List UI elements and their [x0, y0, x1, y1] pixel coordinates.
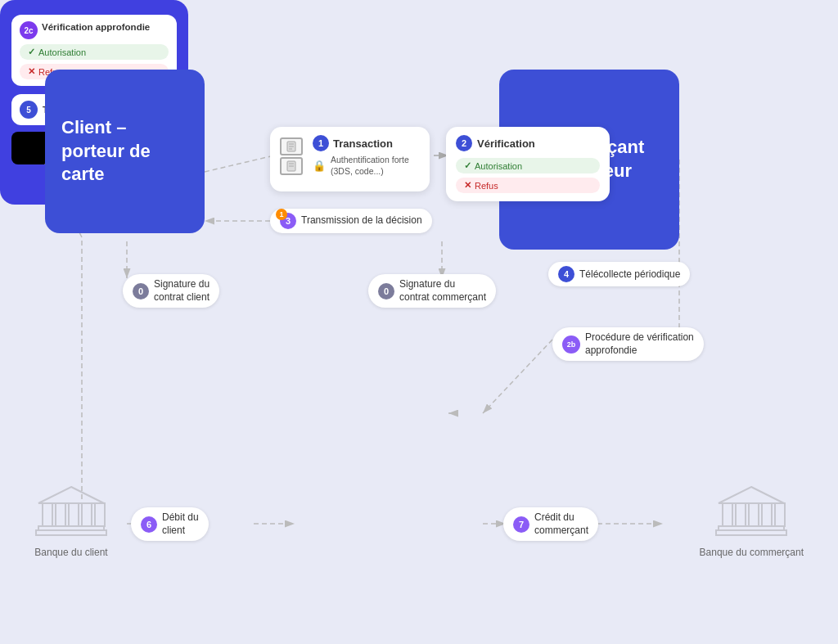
svg-rect-42: [716, 530, 786, 535]
bank-merchant-icon: [714, 483, 788, 540]
bank-merchant-container: Banque du commerçant: [700, 483, 804, 558]
credit-pill: 7 Crédit du commerçant: [503, 507, 598, 541]
bank-client-icon: [34, 483, 108, 540]
telecollecte-label: Télécollecte périodique: [579, 268, 680, 280]
svg-rect-31: [82, 503, 92, 526]
svg-rect-38: [749, 503, 759, 526]
cross-icon: ✕: [464, 180, 471, 191]
svg-rect-28: [43, 503, 52, 526]
procedure-pill: 2b Procédure de vérification approfondie: [552, 327, 704, 361]
transaction-box: 1 Transaction 🔒 Authentification forte (…: [270, 127, 430, 191]
debit-pill: 6 Débit du client: [131, 507, 209, 541]
step0b-num: 0: [378, 283, 394, 299]
client-box: Client – porteur de carte: [45, 70, 205, 233]
svg-line-0: [205, 155, 274, 172]
refus-pill: ✕ Refus: [456, 178, 600, 193]
transmission-label: Transmission de la décision: [301, 214, 422, 227]
step6-num: 6: [141, 516, 157, 533]
telecollecte-pill: 4 Télécollecte périodique: [548, 262, 690, 286]
bank-client-label: Banque du client: [34, 547, 107, 558]
bank-merchant-label: Banque du commerçant: [700, 547, 804, 558]
step1-num: 1: [313, 135, 329, 151]
lock-icon: 🔒: [313, 160, 326, 172]
transaction-body: Authentification forte (3DS, code...): [331, 155, 420, 177]
amex-cross-icon: ✕: [28, 66, 35, 77]
step0a-num: 0: [133, 283, 149, 299]
signature-client-label: Signature du contrat client: [154, 278, 210, 304]
check-icon: ✓: [464, 160, 471, 171]
svg-rect-34: [36, 530, 106, 535]
svg-rect-37: [736, 503, 746, 526]
step2b-num: 2b: [562, 336, 580, 354]
authorisation-pill: ✓ Autorisation: [456, 158, 600, 173]
svg-line-10: [483, 340, 552, 413]
transmission-pill: 1 3 Transmission de la décision: [270, 209, 432, 233]
verification-title: Vérification: [477, 137, 535, 150]
verif-profonde-title: Vérification approfondie: [42, 21, 150, 34]
diagram-container: Client – porteur de carte Commerçant acc…: [0, 0, 838, 644]
amex-authorisation-pill: ✓ Autorisation: [20, 44, 169, 60]
procedure-label: Procédure de vérification approfondie: [585, 331, 694, 357]
step2c-num: 2c: [20, 21, 38, 39]
transaction-title: Transaction: [333, 137, 393, 150]
svg-rect-29: [56, 503, 65, 526]
svg-marker-27: [38, 487, 104, 503]
debit-label: Débit du client: [162, 511, 199, 537]
bank-client-container: Banque du client: [34, 483, 108, 558]
step5-num: 5: [20, 101, 38, 119]
document-icon: [280, 137, 303, 175]
step7-num: 7: [513, 516, 529, 533]
svg-rect-30: [69, 503, 79, 526]
notification-dot: 1: [276, 209, 287, 220]
svg-rect-36: [723, 503, 732, 526]
step2-num: 2: [456, 135, 472, 151]
signature-merchant-pill: 0 Signature du contrat commerçant: [368, 274, 496, 308]
signature-merchant-label: Signature du contrat commerçant: [399, 278, 486, 304]
svg-marker-35: [719, 487, 784, 503]
step4-num: 4: [558, 266, 574, 282]
svg-rect-32: [95, 503, 105, 526]
credit-label: Crédit du commerçant: [534, 511, 588, 537]
signature-client-pill: 0 Signature du contrat client: [123, 274, 219, 308]
verification-box: 2 Vérification ✓ Autorisation ✕ Refus: [446, 127, 610, 201]
client-box-label: Client – porteur de carte: [61, 116, 188, 187]
amex-check-icon: ✓: [28, 47, 35, 57]
svg-rect-40: [775, 503, 785, 526]
svg-rect-39: [762, 503, 772, 526]
